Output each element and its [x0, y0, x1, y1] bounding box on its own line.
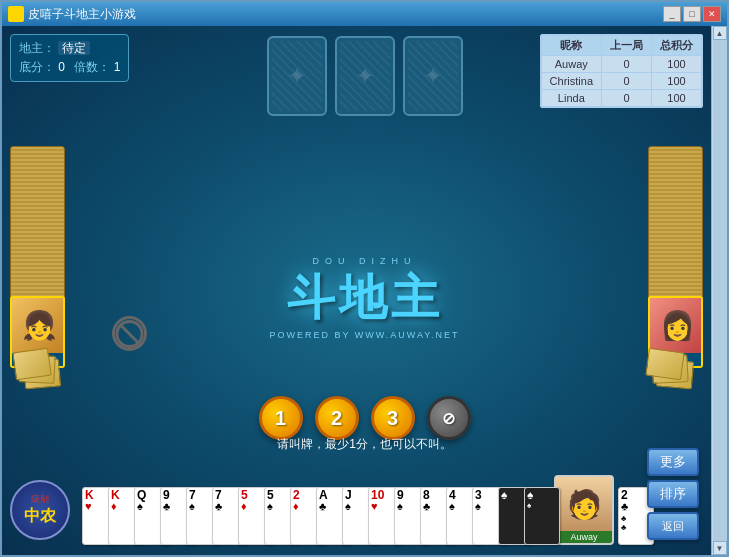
christina-avatar-img: 👧: [12, 298, 65, 353]
level-badge: 级别 中农: [10, 480, 70, 540]
left-card-stack: [10, 146, 65, 306]
score-total-christina: 100: [652, 73, 702, 90]
score-row-auway: Auway 0 100: [541, 56, 701, 73]
player-right-stack: [648, 146, 703, 306]
no-action-icon: [112, 316, 147, 351]
card-back-pattern-3: ✦: [408, 41, 458, 111]
auway-avatar-img: 🧑: [556, 477, 612, 531]
hand-card-spade2[interactable]: ♠ ♠: [524, 487, 560, 545]
score-total-auway: 100: [652, 56, 702, 73]
multiplier-label: 倍数：: [74, 60, 110, 74]
right-action-buttons: 更多 排序 返回: [647, 448, 699, 540]
score-name-linda: Linda: [541, 90, 601, 107]
title-bar-buttons: _ □ ✕: [663, 6, 721, 22]
auway-name: Auway: [556, 531, 612, 543]
hand-area: K♥ K♦ Q♠ 9♣ 7♠ 7♣ 5♦: [82, 475, 703, 545]
hidden-card-3: ✦: [403, 36, 463, 116]
scrollbar[interactable]: ▲ ▼: [711, 26, 727, 555]
auway-avatar-card: 🧑 Auway: [554, 475, 614, 545]
score-name-christina: Christina: [541, 73, 601, 90]
base-score-value: 0: [58, 60, 65, 74]
score-header-total: 总积分: [652, 36, 702, 56]
bid-buttons: 1 2 3 ⊘: [259, 396, 471, 440]
game-title-main: 斗地主: [269, 266, 459, 330]
card-back-pattern-2: ✦: [340, 41, 390, 111]
level-top: 级别: [31, 493, 49, 506]
bid-button-2[interactable]: 2: [315, 396, 359, 440]
score-header-name: 昵称: [541, 36, 601, 56]
window-icon: [8, 6, 24, 22]
hidden-card-1: ✦: [267, 36, 327, 116]
level-main: 中农: [24, 506, 56, 527]
game-title-top: DOU DIZHU: [269, 256, 459, 266]
score-header-last: 上一局: [602, 36, 652, 56]
info-panel: 地主： 待定 底分： 0 倍数： 1: [10, 34, 129, 82]
score-last-linda: 0: [602, 90, 652, 107]
sort-button[interactable]: 排序: [647, 480, 699, 508]
game-title: DOU DIZHU 斗地主 POWERED BY WWW.AUWAY.NET: [269, 256, 459, 340]
minimize-button[interactable]: _: [663, 6, 681, 22]
bid-button-pass[interactable]: ⊘: [427, 396, 471, 440]
scroll-up[interactable]: ▲: [713, 26, 727, 40]
bid-instruction: 请叫牌，最少1分，也可以不叫。: [277, 436, 452, 453]
bid-button-1[interactable]: 1: [259, 396, 303, 440]
right-card-stack: [648, 146, 703, 306]
score-table: 昵称 上一局 总积分 Auway 0 100 Christina 0 100: [540, 34, 703, 108]
game-window: 皮嘻子斗地主小游戏 _ □ ✕ ▲ ▼ 地主： 待定 底分： 0 倍数： 1: [0, 0, 729, 557]
more-button[interactable]: 更多: [647, 448, 699, 476]
window-title: 皮嘻子斗地主小游戏: [28, 6, 663, 23]
bid-button-3[interactable]: 3: [371, 396, 415, 440]
scroll-down[interactable]: ▼: [713, 541, 727, 555]
score-total-linda: 100: [652, 90, 702, 107]
pile-decoration-right: [647, 350, 697, 390]
score-row-linda: Linda 0 100: [541, 90, 701, 107]
title-bar: 皮嘻子斗地主小游戏 _ □ ✕: [2, 2, 727, 26]
score-last-christina: 0: [602, 73, 652, 90]
score-last-auway: 0: [602, 56, 652, 73]
game-area: ▲ ▼ 地主： 待定 底分： 0 倍数： 1 昵称 上一: [2, 26, 727, 555]
scroll-track[interactable]: [713, 40, 727, 541]
hidden-card-2: ✦: [335, 36, 395, 116]
game-title-powered: POWERED BY WWW.AUWAY.NET: [269, 330, 459, 340]
linda-avatar-img: 👩: [650, 298, 703, 353]
multiplier-value: 1: [114, 60, 121, 74]
maximize-button[interactable]: □: [683, 6, 701, 22]
card-back-pattern-1: ✦: [272, 41, 322, 111]
base-score-label: 底分：: [19, 60, 55, 74]
pile-decoration-left: [14, 350, 64, 390]
svg-line-1: [121, 325, 138, 342]
center-cards: ✦ ✦ ✦: [267, 36, 463, 116]
back-button[interactable]: 返回: [647, 512, 699, 540]
close-button[interactable]: ✕: [703, 6, 721, 22]
landlord-value: 待定: [58, 41, 90, 55]
score-name-auway: Auway: [541, 56, 601, 73]
landlord-label: 地主：: [19, 41, 55, 55]
score-row-christina: Christina 0 100: [541, 73, 701, 90]
player-left-stack: [10, 146, 65, 306]
